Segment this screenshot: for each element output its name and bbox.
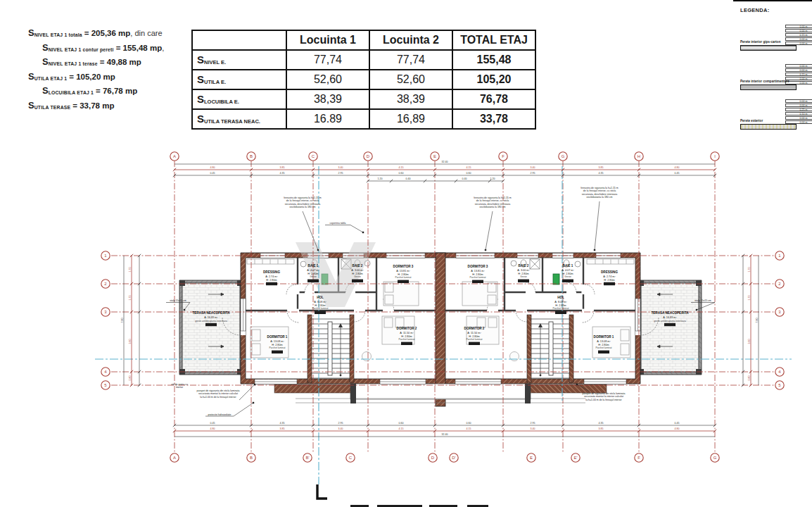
dim-label: 2.95 [338, 422, 343, 425]
room-text: A: 13.81 m² [396, 270, 410, 273]
dim-label: 4.80 [210, 427, 215, 430]
room-text: Parchet laminat [470, 276, 486, 279]
room-text: A: 13.08 m² [597, 340, 611, 343]
table-row: SNIVEL E. 77,74 77,74 155,48 [192, 50, 535, 70]
stat-line: SNIVEL ETAJ 1 contur pereti= 155,48 mp, [28, 42, 204, 56]
room-tag [598, 351, 609, 353]
room-text: H: 2.80m [555, 304, 566, 307]
room-text: H: 2.80m [562, 273, 573, 275]
col-locuinta1: Locuinta 1 [286, 30, 369, 50]
drawing-sheet: { "stats": { "s": "S", "lines": [ {"sub"… [0, 0, 812, 507]
building-walls [241, 253, 640, 406]
room-text: Gresie [354, 275, 361, 278]
dim-chains-top [175, 164, 715, 181]
room-label-dressing-l: DRESSINGA: 2.74 m²H: 2.80m [263, 270, 280, 285]
svg-text:E: E [433, 154, 436, 158]
room-text: A: 8.08 m² [554, 301, 567, 303]
stat-line: SLOCUIBILA ETAJ 1= 76,78 mp [28, 84, 204, 99]
dim-label: 3.40 [531, 427, 535, 430]
legend-layer-box: 0.00 m [785, 116, 812, 120]
room-text: Parchet laminat [395, 276, 412, 279]
svg-text:F: F [637, 456, 640, 460]
svg-text:stalp 15x15 cm: stalp 15x15 cm [694, 299, 711, 302]
room-tag [272, 351, 283, 353]
dim-label: 1.70 [748, 268, 751, 273]
legend-layer-dims: 0.00 m0.00 m0.25 m0.10 m0.00 m0.00 m [785, 99, 812, 124]
legend-layer-box: 0.00 m [785, 104, 812, 107]
room-text: gresie antiderapanta exterioara [195, 320, 227, 323]
axis-bubbles-top: ABCDEFGHI [170, 152, 719, 161]
col-locuinta2: Locuinta 2 [369, 30, 452, 50]
room-text: H: 2.80m [272, 344, 282, 346]
dim-label: 3.60 [748, 339, 751, 344]
svg-text:stalp 15x15 cm: stalp 15x15 cm [170, 299, 186, 302]
room-label-baie2-l: BAIE 2A: 3.00 m²H: 2.80mGresie [351, 264, 364, 282]
room-text: H: 2.80m [598, 344, 609, 346]
room-text: DORMITOR 3 [468, 265, 488, 268]
room-text: TERASA NEACOPERITA [192, 311, 230, 315]
axis-bubbles-left: 12345 [101, 251, 110, 389]
room-text: A: 8.08 m² [314, 301, 326, 303]
room-tag [518, 280, 529, 282]
room-text: TERASA NEACOPERITA [651, 311, 689, 315]
stair-wall [307, 315, 312, 382]
room-tag [555, 311, 566, 314]
dim-label: 1.20 [378, 177, 383, 180]
dim-label: 4.15 [399, 166, 404, 169]
room-text: Gresie [564, 275, 571, 278]
dim-label: 0.45 [210, 172, 215, 175]
dim-label: 3.85 [599, 166, 604, 169]
room-text: A: 3.00 m² [351, 269, 364, 272]
svg-text:fereastra de siguranta la h=1.: fereastra de siguranta la h=1.15 mde la … [581, 187, 618, 199]
stat-line: SUTILA ETAJ 1= 105,20 mp [28, 70, 204, 85]
room-text: H: 2.80m [469, 335, 479, 338]
room-text: H: 2.80m [307, 273, 318, 275]
legend-layer-box: 0.00 m [785, 68, 812, 72]
room-text: H: 2.80m [604, 279, 614, 282]
svg-text:zid de piatra cumortar: zid de piatra cumortar [171, 383, 188, 389]
room-text: Gresie [520, 275, 527, 278]
svg-text:C: C [349, 456, 353, 460]
room-text: A: 13.81 m² [471, 270, 485, 273]
dim-label: 4.15 [467, 166, 471, 169]
room-tag [205, 323, 217, 326]
room-text: A: 11.50 m² [400, 332, 414, 334]
legend-item-compartimentare: 0.00 m0.00 m0.15 m0.00 m0.00 m Perete in… [740, 57, 812, 92]
dim-label: 1.70 [129, 268, 132, 273]
svg-text:A: A [173, 456, 176, 460]
room-text: DORMITOR 1 [594, 335, 614, 339]
table-corner-cell [192, 30, 286, 50]
legend-layer-box: 0.15 m [785, 33, 812, 37]
svg-text:fereastra de siguranta la h=1.: fereastra de siguranta la h=1.15 mde la … [474, 196, 511, 208]
dim-label: 0.40 [406, 177, 411, 180]
dim-label: 4.35 [280, 172, 285, 175]
axis-bubbles-right: 12345 [775, 251, 784, 389]
room-text: A: 4.07 m² [562, 269, 574, 272]
dim-label: 3.85 [280, 166, 285, 169]
room-text: A: 16.89 m² [204, 316, 218, 319]
room-label-dormitor3-l: DORMITOR 3A: 13.81 m²H: 2.80mParchet lam… [393, 265, 414, 283]
room-text: BAIE 1 [563, 264, 573, 268]
room-tag [472, 280, 483, 283]
dim-label: 2.95 [531, 172, 535, 175]
legend-item-exterior: 0.00 m0.00 m0.25 m0.10 m0.00 m0.00 m Per… [740, 96, 812, 132]
dim-label: 0.45 [675, 422, 680, 425]
dim-label: 0.45 [210, 422, 215, 425]
dim-label: 4.35 [599, 172, 604, 175]
legend-layer-box: 0.00 m [785, 25, 812, 28]
room-text: DORMITOR 1 [267, 335, 288, 339]
legend-layer-box: 0.00 m [785, 64, 812, 68]
legend-item-gips-carton: 0.00 m0.00 m0.15 m0.00 m0.00 m Perete in… [740, 18, 812, 53]
dim-label: 0.60 [399, 172, 404, 175]
dim-label: 0.80 [748, 376, 751, 381]
room-text: H: 2.80m [352, 273, 362, 275]
dim-label: 7.80 [756, 318, 759, 323]
room-text: Parchet laminat [467, 338, 483, 341]
room-text: A: 16.89 m² [663, 316, 677, 319]
dim-label: 32.40 [442, 161, 448, 163]
room-text: HOL [317, 296, 324, 299]
dims-top-red: 4.803.853.404.154.153.403.854.80 [210, 166, 680, 169]
room-text: H: 2.80m [315, 304, 325, 307]
legend-title: LEGENDA: [740, 7, 812, 13]
dim-label: 4.80 [675, 427, 680, 430]
